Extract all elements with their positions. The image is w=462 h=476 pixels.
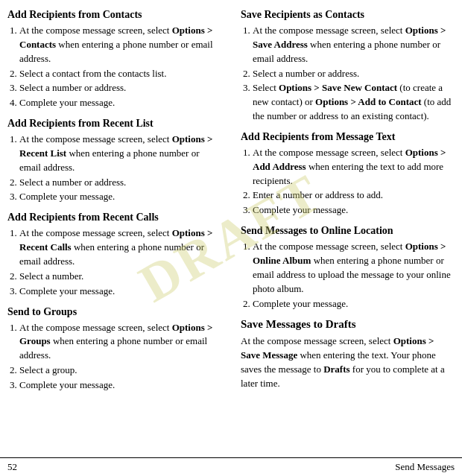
section-message-text-list: At the compose message screen, select Op…	[253, 146, 455, 218]
options-recent-calls-bold: Options > Recent Calls	[19, 227, 212, 253]
list-item: Select a number or address.	[253, 67, 455, 81]
left-column: Add Recipients from Contacts At the comp…	[7, 9, 227, 451]
section-save-contacts-title: Save Recipients as Contacts	[241, 9, 455, 21]
options-add-address-bold: Options > Add Address	[253, 147, 446, 172]
section-groups-list: At the compose message screen, select Op…	[19, 321, 221, 393]
section-save-drafts-body: At the compose message screen, select Op…	[241, 334, 455, 390]
page-footer: 52 Send Messages	[0, 457, 462, 476]
section-groups-title: Send to Groups	[7, 306, 221, 318]
list-item: Complete your message.	[253, 203, 455, 218]
options-add-to-contact-bold: Options > Add to Contact	[315, 96, 422, 107]
list-item: At the compose message screen, select Op…	[19, 133, 221, 175]
list-item: At the compose message screen, select Op…	[19, 321, 221, 364]
section-recent-list-title: Add Recipients from Recent List	[7, 118, 221, 130]
content-area: Add Recipients from Contacts At the comp…	[0, 0, 462, 457]
list-item: Select a group.	[19, 364, 221, 378]
list-item: At the compose message screen, select Op…	[253, 24, 455, 66]
options-save-message-bold: Options > Save Message	[241, 335, 434, 361]
section-add-contacts-title: Add Recipients from Contacts	[7, 9, 221, 21]
list-item: At the compose message screen, select Op…	[19, 24, 221, 66]
list-item: Complete your message.	[19, 285, 221, 299]
section-recent-calls-list: At the compose message screen, select Op…	[19, 226, 221, 298]
list-item: Complete your message.	[19, 96, 221, 110]
options-save-new-contact-bold: Options > Save New Contact	[279, 82, 397, 93]
list-item: Enter a number or address to add.	[253, 188, 455, 203]
list-item: Select a number or address.	[19, 176, 221, 190]
drafts-bold: Drafts	[323, 364, 349, 375]
options-groups-bold: Options > Groups	[19, 322, 212, 347]
options-contacts-bold: Options > Contacts	[19, 25, 212, 50]
section-online-location-title: Send Messages to Online Location	[241, 225, 455, 237]
list-item: Complete your message.	[19, 190, 221, 204]
list-item: Select Options > Save New Contact (to cr…	[253, 81, 455, 124]
right-column: Save Recipients as Contacts At the compo…	[235, 9, 455, 451]
footer-section-title: Send Messages	[395, 461, 455, 473]
section-save-contacts-list: At the compose message screen, select Op…	[253, 24, 455, 124]
list-item: Complete your message.	[19, 378, 221, 393]
list-item: At the compose message screen, select Op…	[19, 226, 221, 269]
section-recent-list-list: At the compose message screen, select Op…	[19, 133, 221, 204]
section-add-contacts-list: At the compose message screen, select Op…	[19, 24, 221, 110]
options-recent-list-bold: Options > Recent List	[19, 133, 212, 159]
section-message-text-title: Add Recipients from Message Text	[241, 131, 455, 143]
list-item: At the compose message screen, select Op…	[253, 240, 455, 296]
list-item: Select a number.	[19, 270, 221, 284]
options-save-address-bold: Options > Save Address	[253, 25, 446, 50]
list-item: Select a contact from the contacts list.	[19, 67, 221, 81]
page-number: 52	[7, 461, 17, 473]
section-online-location-list: At the compose message screen, select Op…	[253, 240, 455, 311]
list-item: Select a number or address.	[19, 81, 221, 95]
page-container: DRAFT Add Recipients from Contacts At th…	[0, 0, 462, 476]
section-save-drafts-title: Save Messages to Drafts	[241, 318, 455, 331]
options-online-album-bold: Options > Online Album	[253, 241, 446, 266]
list-item: Complete your message.	[253, 297, 455, 311]
section-recent-calls-title: Add Recipients from Recent Calls	[7, 212, 221, 223]
list-item: At the compose message screen, select Op…	[253, 146, 455, 188]
